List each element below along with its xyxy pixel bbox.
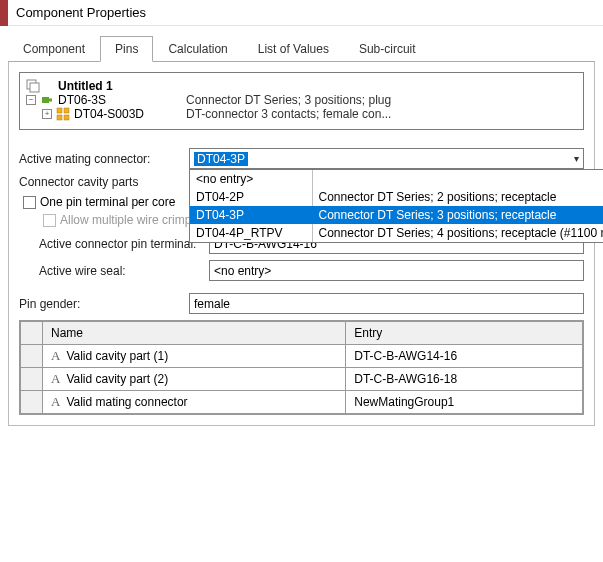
tab-strip: Component Pins Calculation List of Value… [8, 36, 595, 62]
tree-row[interactable]: + DT04-S003D DT-connector 3 contacts; fe… [26, 107, 577, 121]
dropdown-option[interactable]: <no entry> [190, 170, 603, 188]
tree-root-row[interactable]: Untitled 1 [26, 79, 577, 93]
tree-item-desc: DT-connector 3 contacts; female con... [186, 107, 577, 121]
tree-box[interactable]: Untitled 1 − DT06-3S Connector DT Series… [19, 72, 584, 130]
expand-icon[interactable]: + [42, 109, 52, 119]
svg-rect-1 [30, 83, 39, 92]
tree-item-label: DT04-S003D [74, 107, 144, 121]
tab-component[interactable]: Component [8, 36, 100, 61]
text-attribute-icon: A [51, 394, 60, 410]
collapse-icon[interactable]: − [26, 95, 36, 105]
table-row[interactable]: AValid cavity part (1) DT-C-B-AWG14-16 [21, 345, 583, 368]
cavity-parts-label: Connector cavity parts [19, 175, 189, 189]
active-wire-seal-label: Active wire seal: [19, 264, 209, 278]
active-wire-seal-input[interactable] [209, 260, 584, 281]
dropdown-list: <no entry> DT04-2PConnector DT Series; 2… [189, 169, 603, 243]
tab-list-of-values[interactable]: List of Values [243, 36, 344, 61]
connector-plug-icon [40, 93, 54, 107]
dropdown-option[interactable]: DT04-2PConnector DT Series; 2 positions;… [190, 188, 603, 206]
text-attribute-icon: A [51, 348, 60, 364]
pins-panel: Untitled 1 − DT06-3S Connector DT Series… [8, 62, 595, 426]
text-attribute-icon: A [51, 371, 60, 387]
svg-rect-5 [64, 115, 69, 120]
table-corner [21, 322, 43, 345]
checkbox-icon[interactable] [23, 196, 36, 209]
dropdown-option[interactable]: DT04-4P_RTPVConnector DT Series; 4 posit… [190, 224, 603, 242]
one-pin-label: One pin terminal per core [40, 195, 175, 209]
chevron-down-icon: ▾ [574, 153, 579, 164]
tab-calculation[interactable]: Calculation [153, 36, 242, 61]
tab-pins[interactable]: Pins [100, 36, 153, 62]
active-mating-label: Active mating connector: [19, 152, 189, 166]
table-row[interactable]: AValid cavity part (2) DT-C-B-AWG16-18 [21, 368, 583, 391]
active-wire-seal-row: Active wire seal: [19, 260, 584, 281]
pin-gender-input[interactable] [189, 293, 584, 314]
svg-rect-2 [57, 108, 62, 113]
col-entry[interactable]: Entry [346, 322, 583, 345]
tab-sub-circuit[interactable]: Sub-circuit [344, 36, 431, 61]
active-mating-row: Active mating connector: DT04-3P ▾ <no e… [19, 148, 584, 169]
pin-gender-label: Pin gender: [19, 297, 189, 311]
table-header-row: Name Entry [21, 322, 583, 345]
tree-item-desc: Connector DT Series; 3 positions; plug [186, 93, 577, 107]
active-pin-terminal-label: Active connector pin terminal: [19, 237, 209, 251]
active-mating-dropdown[interactable]: DT04-3P ▾ <no entry> DT04-2PConnector DT… [189, 148, 584, 169]
tree-item-label: DT06-3S [58, 93, 106, 107]
svg-rect-4 [57, 115, 62, 120]
allow-multiple-label: Allow multiple wire crimps [60, 213, 197, 227]
component-properties-window: Component Properties Component Pins Calc… [0, 0, 603, 562]
valid-parts-table: Name Entry AValid cavity part (1) DT-C-B… [19, 320, 584, 415]
app-accent-strip [0, 0, 8, 26]
dropdown-selected-value: DT04-3P [194, 152, 248, 166]
svg-rect-3 [64, 108, 69, 113]
pin-gender-row: Pin gender: [19, 293, 584, 314]
table-row[interactable]: AValid mating connector NewMatingGroup1 [21, 391, 583, 414]
tree-root-label: Untitled 1 [58, 79, 113, 93]
col-name[interactable]: Name [43, 322, 346, 345]
tree-row[interactable]: − DT06-3S Connector DT Series; 3 positio… [26, 93, 577, 107]
dropdown-option[interactable]: DT04-3PConnector DT Series; 3 positions;… [190, 206, 603, 224]
window-title: Component Properties [0, 0, 603, 26]
client-area: Component Pins Calculation List of Value… [0, 26, 603, 426]
checkbox-icon [43, 214, 56, 227]
terminal-icon [56, 107, 70, 121]
component-stack-icon [26, 79, 40, 93]
